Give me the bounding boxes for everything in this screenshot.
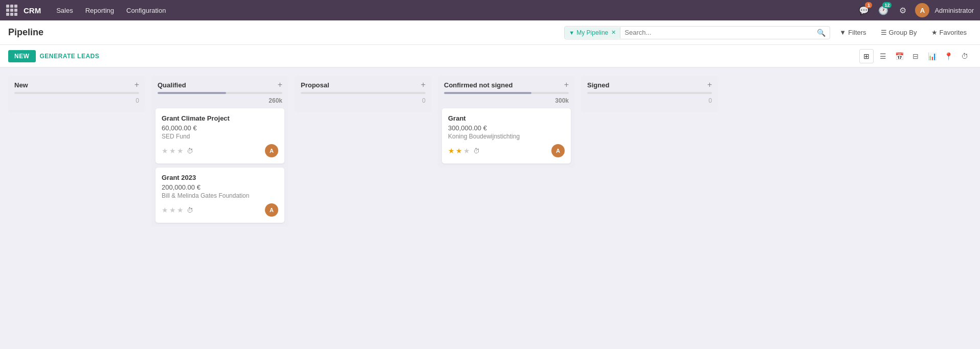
- card-company: SED Fund: [162, 133, 278, 140]
- kanban-card[interactable]: Grant Climate Project60,000.00 €SED Fund…: [155, 108, 284, 164]
- filter-chip-close[interactable]: ✕: [611, 29, 616, 36]
- search-bar: ▼ My Pipeline ✕ 🔍: [564, 26, 830, 39]
- card-title: Grant 2023: [162, 174, 278, 181]
- col-header-new: New+: [8, 76, 145, 92]
- col-stat-proposal: 0: [422, 97, 426, 104]
- map-view-btn[interactable]: 📍: [941, 49, 955, 63]
- col-add-new[interactable]: +: [135, 81, 139, 89]
- groupby-button[interactable]: ☰ Group By: [876, 26, 922, 39]
- view-switcher: ⊞ ☰ 📅 ⊟ 📊 📍 ⏱: [859, 49, 972, 63]
- subheader: Pipeline ▼ My Pipeline ✕ 🔍 ▼ Filters ☰ G…: [0, 20, 980, 45]
- kanban-col-qualified: Qualified+260kGrant Climate Project60,00…: [151, 76, 288, 227]
- col-title-signed: Signed: [587, 81, 704, 89]
- kanban-board: New+0Qualified+260kGrant Climate Project…: [0, 67, 980, 349]
- col-stat-signed: 0: [708, 97, 712, 104]
- card-stars[interactable]: ★★★: [162, 147, 184, 155]
- kanban-col-new: New+0: [8, 76, 145, 112]
- card-footer: ★★★⏱A: [162, 203, 278, 217]
- filter-chip-icon: ▼: [569, 30, 574, 36]
- kanban-view-btn[interactable]: ⊞: [859, 49, 874, 63]
- clock-view-btn[interactable]: ⏱: [957, 49, 972, 63]
- card-avatar: A: [551, 144, 565, 157]
- star-2[interactable]: ★: [169, 147, 176, 155]
- card-activity-icon[interactable]: ⏱: [187, 147, 193, 155]
- card-avatar: A: [265, 144, 278, 157]
- col-add-proposal[interactable]: +: [421, 81, 426, 89]
- card-title: Grant: [448, 114, 565, 122]
- col-cards-signed: [581, 108, 718, 112]
- col-cards-confirmed: Grant300,000.00 €Koning Boudewijnstichti…: [438, 108, 575, 168]
- settings-icon-btn[interactable]: ⚙: [896, 3, 910, 17]
- favorites-button[interactable]: ★ Favorites: [926, 26, 972, 39]
- calendar-view-btn[interactable]: 📅: [892, 49, 906, 63]
- star-2[interactable]: ★: [456, 147, 462, 155]
- star-3[interactable]: ★: [177, 147, 184, 155]
- star-3[interactable]: ★: [177, 206, 184, 214]
- col-header-signed: Signed+: [581, 76, 718, 92]
- col-header-confirmed: Confirmed not signed+: [438, 76, 575, 92]
- topbar-right: 💬 1 🕐 12 ⚙ A Administrator: [857, 3, 974, 17]
- app-name[interactable]: CRM: [24, 6, 41, 15]
- search-button[interactable]: 🔍: [813, 27, 830, 39]
- generate-leads-button[interactable]: GENERATE LEADS: [40, 53, 100, 60]
- star-2[interactable]: ★: [169, 206, 176, 214]
- card-footer: ★★★⏱A: [448, 144, 565, 157]
- favorites-icon: ★: [931, 29, 938, 36]
- menu-item-configuration[interactable]: Configuration: [121, 4, 171, 17]
- star-1[interactable]: ★: [162, 206, 168, 214]
- col-stat-qualified: 260k: [269, 97, 282, 104]
- card-amount: 200,000.00 €: [162, 183, 278, 191]
- action-bar: NEW GENERATE LEADS ⊞ ☰ 📅 ⊟ 📊 📍 ⏱: [0, 45, 980, 67]
- grid-view-btn[interactable]: ⊟: [908, 49, 923, 63]
- menu-item-reporting[interactable]: Reporting: [80, 4, 119, 17]
- activity-icon-btn[interactable]: 🕐 12: [876, 3, 890, 17]
- col-title-confirmed: Confirmed not signed: [444, 81, 561, 89]
- new-button[interactable]: NEW: [8, 50, 36, 62]
- filter-chip-label: My Pipeline: [576, 29, 608, 36]
- favorites-label: Favorites: [940, 29, 967, 36]
- star-3[interactable]: ★: [463, 147, 470, 155]
- card-activity-icon[interactable]: ⏱: [473, 147, 480, 155]
- kanban-col-signed: Signed+0: [581, 76, 718, 112]
- app-grid-icon[interactable]: [6, 5, 17, 16]
- groupby-label: Group By: [889, 29, 917, 36]
- search-input[interactable]: [620, 27, 813, 38]
- list-view-btn[interactable]: ☰: [876, 49, 890, 63]
- chat-icon-btn[interactable]: 💬 1: [857, 3, 871, 17]
- filter-icon: ▼: [839, 29, 846, 36]
- col-title-qualified: Qualified: [158, 81, 275, 89]
- kanban-card[interactable]: Grant300,000.00 €Koning Boudewijnstichti…: [442, 108, 571, 164]
- col-add-signed[interactable]: +: [707, 81, 712, 89]
- groupby-icon: ☰: [881, 29, 887, 36]
- kanban-col-proposal: Proposal+0: [295, 76, 432, 112]
- card-footer: ★★★⏱A: [162, 144, 278, 157]
- card-title: Grant Climate Project: [162, 114, 278, 122]
- col-header-proposal: Proposal+: [295, 76, 432, 92]
- my-pipeline-filter-chip[interactable]: ▼ My Pipeline ✕: [565, 27, 620, 38]
- card-stars[interactable]: ★★★: [448, 147, 470, 155]
- col-add-qualified[interactable]: +: [278, 81, 282, 89]
- username[interactable]: Administrator: [934, 7, 974, 14]
- col-cards-qualified: Grant Climate Project60,000.00 €SED Fund…: [151, 108, 288, 227]
- menu-item-sales[interactable]: Sales: [51, 4, 78, 17]
- chat-badge: 1: [865, 2, 872, 8]
- card-amount: 300,000.00 €: [448, 124, 565, 132]
- card-stars[interactable]: ★★★: [162, 206, 184, 214]
- col-cards-new: [8, 108, 145, 112]
- star-1[interactable]: ★: [162, 147, 168, 155]
- avatar[interactable]: A: [915, 3, 929, 17]
- chart-view-btn[interactable]: 📊: [925, 49, 939, 63]
- filters-button[interactable]: ▼ Filters: [834, 26, 871, 39]
- col-stat-new: 0: [136, 97, 139, 104]
- card-avatar: A: [265, 203, 278, 217]
- card-company: Koning Boudewijnstichting: [448, 133, 565, 140]
- main-menu: Sales Reporting Configuration: [51, 4, 855, 17]
- page-title: Pipeline: [8, 27, 43, 38]
- kanban-col-confirmed: Confirmed not signed+300kGrant300,000.00…: [438, 76, 575, 168]
- card-activity-icon[interactable]: ⏱: [187, 206, 193, 214]
- activity-badge: 12: [882, 2, 892, 8]
- kanban-card[interactable]: Grant 2023200,000.00 €Bill & Melinda Gat…: [155, 168, 284, 223]
- col-add-confirmed[interactable]: +: [564, 81, 569, 89]
- star-1[interactable]: ★: [448, 147, 455, 155]
- card-amount: 60,000.00 €: [162, 124, 278, 132]
